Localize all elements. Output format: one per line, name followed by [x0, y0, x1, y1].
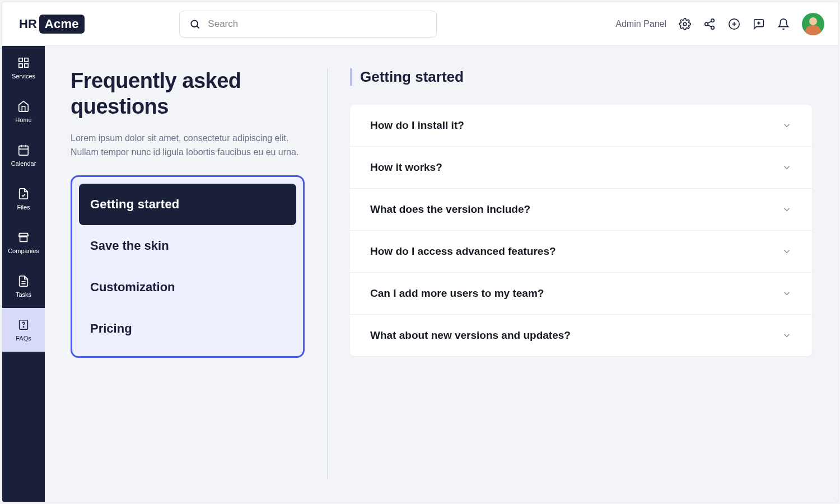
- svg-line-7: [708, 21, 711, 23]
- topbar-right: Admin Panel: [615, 13, 824, 35]
- calendar-icon: [17, 143, 30, 157]
- page-title: Frequently asked questions: [71, 68, 305, 119]
- svg-rect-13: [19, 58, 22, 62]
- brand-part1: HR: [19, 17, 37, 31]
- svg-point-0: [192, 20, 198, 27]
- faq-item[interactable]: How do I access advanced features?: [350, 231, 812, 273]
- chevron-down-icon: [782, 120, 792, 130]
- admin-panel-link[interactable]: Admin Panel: [615, 19, 666, 29]
- home-icon: [17, 100, 30, 113]
- brand-part2: Acme: [39, 15, 85, 34]
- add-icon[interactable]: [728, 18, 740, 30]
- sidebar-item-label: FAQs: [16, 335, 31, 342]
- sidebar-item-label: Services: [12, 73, 35, 80]
- sidebar: Services Home Calendar Files: [2, 46, 45, 502]
- sidebar-item-label: Companies: [8, 248, 39, 254]
- category-save-the-skin[interactable]: Save the skin: [79, 225, 296, 267]
- sidebar-item-calendar[interactable]: Calendar: [2, 133, 45, 177]
- sidebar-item-companies[interactable]: Companies: [2, 221, 45, 264]
- column-divider: [327, 68, 328, 479]
- faq-question: How it works?: [370, 161, 442, 174]
- faq-item[interactable]: How it works?: [350, 147, 812, 189]
- right-column: Getting started How do I install it? How…: [350, 68, 812, 479]
- chevron-down-icon: [782, 288, 792, 298]
- chevron-down-icon: [782, 246, 792, 256]
- faq-item[interactable]: What about new versions and updates?: [350, 315, 812, 356]
- faq-question: Can I add more users to my team?: [370, 287, 544, 300]
- svg-point-3: [711, 18, 715, 22]
- category-getting-started[interactable]: Getting started: [79, 184, 296, 225]
- sidebar-item-label: Files: [17, 204, 30, 211]
- sidebar-item-home[interactable]: Home: [2, 90, 45, 133]
- sidebar-item-faqs[interactable]: FAQs: [2, 308, 45, 352]
- section-heading: Getting started: [350, 68, 812, 86]
- faq-question: How do I access advanced features?: [370, 245, 556, 258]
- share-icon[interactable]: [703, 18, 716, 30]
- file-icon: [17, 187, 30, 200]
- sidebar-item-files[interactable]: Files: [2, 177, 45, 221]
- search-icon: [189, 18, 201, 30]
- svg-rect-16: [19, 64, 22, 67]
- search-box[interactable]: [179, 11, 437, 38]
- svg-line-6: [708, 25, 711, 27]
- topbar: HR Acme Admin Panel: [2, 2, 838, 46]
- category-customization[interactable]: Customization: [79, 267, 296, 308]
- faq-list: How do I install it? How it works? What …: [350, 105, 812, 356]
- page-description: Lorem ipsum dolor sit amet, consectetur …: [71, 132, 305, 160]
- brand-logo[interactable]: HR Acme: [19, 15, 85, 34]
- store-icon: [17, 231, 30, 244]
- sidebar-item-services[interactable]: Services: [2, 46, 45, 90]
- svg-rect-17: [19, 146, 29, 156]
- sidebar-item-label: Home: [15, 116, 31, 123]
- faq-question: How do I install it?: [370, 119, 464, 132]
- left-column: Frequently asked questions Lorem ipsum d…: [71, 68, 305, 479]
- category-pricing[interactable]: Pricing: [79, 308, 296, 349]
- chevron-down-icon: [782, 162, 792, 172]
- clipboard-icon: [17, 274, 30, 288]
- faq-icon: [17, 318, 30, 332]
- faq-question: What about new versions and updates?: [370, 329, 571, 342]
- svg-point-24: [23, 326, 24, 327]
- faq-item[interactable]: What does the version include?: [350, 189, 812, 231]
- comment-add-icon[interactable]: [753, 18, 765, 30]
- svg-point-2: [683, 22, 687, 26]
- svg-line-1: [197, 26, 199, 28]
- chevron-down-icon: [782, 330, 792, 340]
- grid-icon: [17, 56, 30, 69]
- category-box: Getting started Save the skin Customizat…: [71, 175, 305, 358]
- avatar[interactable]: [802, 13, 824, 35]
- faq-question: What does the version include?: [370, 203, 530, 216]
- search-input[interactable]: [208, 18, 427, 30]
- svg-rect-14: [25, 58, 28, 62]
- svg-point-5: [711, 26, 715, 29]
- sidebar-item-label: Tasks: [16, 291, 31, 298]
- chevron-down-icon: [782, 204, 792, 214]
- sidebar-item-label: Calendar: [11, 160, 36, 167]
- bell-icon[interactable]: [777, 18, 790, 30]
- svg-rect-15: [25, 64, 28, 67]
- svg-point-4: [705, 22, 708, 26]
- sidebar-item-tasks[interactable]: Tasks: [2, 264, 45, 308]
- faq-item[interactable]: Can I add more users to my team?: [350, 273, 812, 315]
- faq-item[interactable]: How do I install it?: [350, 105, 812, 147]
- settings-icon[interactable]: [679, 18, 691, 30]
- content: Frequently asked questions Lorem ipsum d…: [45, 46, 838, 502]
